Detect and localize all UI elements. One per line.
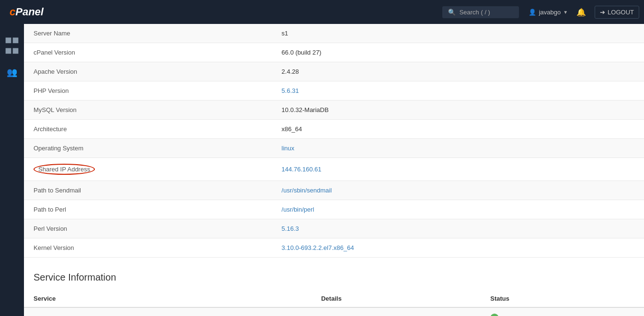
row-label: Apache Version <box>24 62 272 81</box>
server-info-row: Path to Perl/usr/bin/perl <box>24 200 644 219</box>
service-name: apache_php_fpm <box>24 307 311 316</box>
user-icon: 👤 <box>529 9 536 16</box>
col-service: Service <box>24 290 311 307</box>
search-bar[interactable]: 🔍 Search ( / ) <box>442 6 519 18</box>
navbar: cPanel 🔍 Search ( / ) 👤 javabgo ▼ 🔔 ➔ LO… <box>0 0 644 24</box>
row-label: Operating System <box>24 139 272 158</box>
grid-icon: ◼◼◼◼ <box>5 34 19 56</box>
search-label: Search ( / ) <box>460 9 490 16</box>
server-info-row: Path to Sendmail/usr/sbin/sendmail <box>24 181 644 200</box>
row-value: 2.4.28 <box>272 62 644 81</box>
service-status: ✓ <box>481 307 644 316</box>
server-info-row: Shared IP Address144.76.160.61 <box>24 158 644 181</box>
service-table-header: Service Details Status <box>24 290 644 307</box>
chevron-down-icon: ▼ <box>563 10 568 15</box>
row-label: Path to Sendmail <box>24 181 272 200</box>
row-value: 144.76.160.61 <box>272 158 644 181</box>
user-menu[interactable]: 👤 javabgo ▼ <box>529 9 568 16</box>
server-info-row: Architecturex86_64 <box>24 120 644 139</box>
brand-logo: cPanel <box>5 6 48 18</box>
users-icon: 👥 <box>7 67 17 78</box>
notifications-bell[interactable]: 🔔 <box>576 8 586 17</box>
row-value: /usr/sbin/sendmail <box>272 181 644 200</box>
sidebar-item-dashboard[interactable]: ◼◼◼◼ <box>0 29 24 61</box>
row-label: cPanel Version <box>24 43 272 62</box>
search-icon: 🔍 <box>448 9 456 16</box>
service-info-table: Service Details Status apache_php_fpmup✓ <box>24 290 644 316</box>
service-row: apache_php_fpmup✓ <box>24 307 644 316</box>
sidebar: ◼◼◼◼ 👥 <box>0 24 24 316</box>
row-value: /usr/bin/perl <box>272 200 644 219</box>
row-label: MySQL Version <box>24 101 272 120</box>
row-value: 5.6.31 <box>272 81 644 101</box>
server-info-row: Kernel Version3.10.0-693.2.2.el7.x86_64 <box>24 238 644 258</box>
server-info-row: Apache Version2.4.28 <box>24 62 644 81</box>
row-label: PHP Version <box>24 81 272 101</box>
col-status: Status <box>481 290 644 307</box>
status-ok-icon: ✓ <box>490 314 499 316</box>
row-label: Path to Perl <box>24 200 272 219</box>
row-value: 66.0 (build 27) <box>272 43 644 62</box>
row-value: 10.0.32-MariaDB <box>272 101 644 120</box>
row-value: s1 <box>272 24 644 43</box>
server-info-row: Server Names1 <box>24 24 644 43</box>
row-value: 5.16.3 <box>272 219 644 238</box>
logout-button[interactable]: ➔ LOGOUT <box>595 6 639 19</box>
row-label: Kernel Version <box>24 238 272 258</box>
username-label: javabgo <box>539 9 561 16</box>
row-value: 3.10.0-693.2.2.el7.x86_64 <box>272 238 644 258</box>
service-info-title: Service Information <box>24 258 644 290</box>
sidebar-item-users[interactable]: 👥 <box>0 61 24 83</box>
row-value: x86_64 <box>272 120 644 139</box>
logout-label: LOGOUT <box>608 9 634 16</box>
server-info-row: Operating Systemlinux <box>24 139 644 158</box>
shared-ip-label: Shared IP Address <box>34 164 95 175</box>
row-label: Perl Version <box>24 219 272 238</box>
server-info-row: PHP Version5.6.31 <box>24 81 644 101</box>
col-details: Details <box>311 290 481 307</box>
logout-icon: ➔ <box>600 9 605 16</box>
service-details: up <box>311 307 481 316</box>
server-info-row: Perl Version5.16.3 <box>24 219 644 238</box>
server-info-table: Server Names1cPanel Version66.0 (build 2… <box>24 24 644 258</box>
server-info-row: cPanel Version66.0 (build 27) <box>24 43 644 62</box>
row-value: linux <box>272 139 644 158</box>
main-content: Server Names1cPanel Version66.0 (build 2… <box>24 24 644 316</box>
server-info-row: MySQL Version10.0.32-MariaDB <box>24 101 644 120</box>
row-label: Architecture <box>24 120 272 139</box>
row-label: Server Name <box>24 24 272 43</box>
